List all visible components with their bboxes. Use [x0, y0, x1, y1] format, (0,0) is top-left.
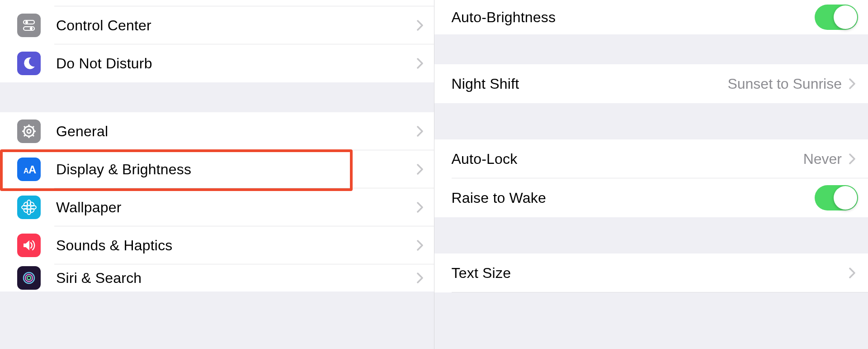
- speaker-icon: [17, 234, 41, 257]
- settings-row-general[interactable]: General: [0, 112, 434, 150]
- moon-icon: [17, 52, 41, 75]
- row-label: Display & Brightness: [56, 161, 416, 178]
- settings-group-1: Control Center Do Not Disturb: [0, 0, 434, 82]
- chevron-right-icon: [848, 153, 856, 164]
- setting-label: Auto-Brightness: [452, 9, 815, 26]
- svg-point-27: [27, 276, 31, 280]
- settings-group-2: General A A Display & Brightness: [0, 112, 434, 292]
- group-separator: [434, 34, 868, 64]
- chevron-right-icon: [416, 126, 424, 137]
- settings-row-siri-search[interactable]: Siri & Search: [0, 264, 434, 292]
- text-size-icon: A A: [17, 158, 41, 181]
- toggle-switch[interactable]: [815, 185, 858, 210]
- row-label: Do Not Disturb: [56, 55, 416, 72]
- group-separator: [0, 82, 434, 112]
- setting-label: Night Shift: [452, 76, 728, 92]
- chevron-right-icon: [416, 164, 424, 175]
- settings-row-wallpaper[interactable]: Wallpaper: [0, 188, 434, 226]
- svg-line-10: [24, 126, 25, 128]
- flower-icon: [17, 196, 41, 219]
- siri-icon: [17, 266, 41, 290]
- group-separator: [434, 217, 868, 253]
- group-separator: [434, 103, 868, 139]
- svg-line-13: [33, 126, 34, 128]
- settings-row-control-center[interactable]: Control Center: [0, 6, 434, 44]
- svg-line-12: [24, 135, 25, 136]
- chevron-right-icon: [416, 202, 424, 213]
- chevron-right-icon: [416, 58, 424, 69]
- setting-label: Auto-Lock: [452, 151, 803, 167]
- toggles-icon: [17, 14, 41, 37]
- svg-line-11: [33, 135, 34, 136]
- setting-auto-brightness[interactable]: Auto-Brightness: [434, 0, 868, 34]
- setting-value: Never: [803, 151, 842, 167]
- gear-icon: [17, 120, 41, 143]
- display-settings-pane: Auto-Brightness Night Shift Sunset to Su…: [434, 0, 868, 349]
- chevron-right-icon: [416, 240, 424, 251]
- settings-row-do-not-disturb[interactable]: Do Not Disturb: [0, 44, 434, 82]
- svg-rect-2: [24, 27, 34, 30]
- setting-label: Raise to Wake: [452, 190, 815, 206]
- row-label: Control Center: [56, 17, 416, 34]
- settings-row-sounds-haptics[interactable]: Sounds & Haptics: [0, 226, 434, 264]
- svg-point-26: [25, 274, 33, 282]
- svg-point-4: [24, 126, 34, 136]
- partial-top-row: [0, 0, 434, 6]
- row-label: Wallpaper: [56, 199, 416, 216]
- chevron-right-icon: [416, 20, 424, 31]
- settings-list: Control Center Do Not Disturb: [0, 0, 434, 349]
- setting-label: Text Size: [452, 265, 849, 282]
- chevron-right-icon: [848, 78, 856, 89]
- row-label: Siri & Search: [56, 270, 416, 287]
- toggle-switch[interactable]: [815, 5, 858, 30]
- svg-text:A: A: [28, 163, 36, 176]
- setting-night-shift[interactable]: Night Shift Sunset to Sunrise: [434, 64, 868, 103]
- svg-point-3: [30, 27, 33, 30]
- svg-point-16: [27, 206, 31, 209]
- chevron-right-icon: [416, 273, 424, 283]
- svg-rect-0: [24, 20, 34, 24]
- row-label: Sounds & Haptics: [56, 237, 416, 254]
- svg-point-1: [25, 21, 28, 24]
- chevron-right-icon: [848, 268, 856, 278]
- setting-raise-to-wake[interactable]: Raise to Wake: [434, 178, 868, 217]
- setting-text-size[interactable]: Text Size: [434, 253, 868, 292]
- settings-row-display-brightness[interactable]: A A Display & Brightness: [0, 150, 434, 188]
- svg-point-5: [27, 129, 31, 133]
- setting-value: Sunset to Sunrise: [727, 76, 842, 92]
- setting-auto-lock[interactable]: Auto-Lock Never: [434, 139, 868, 178]
- row-label: General: [56, 123, 416, 140]
